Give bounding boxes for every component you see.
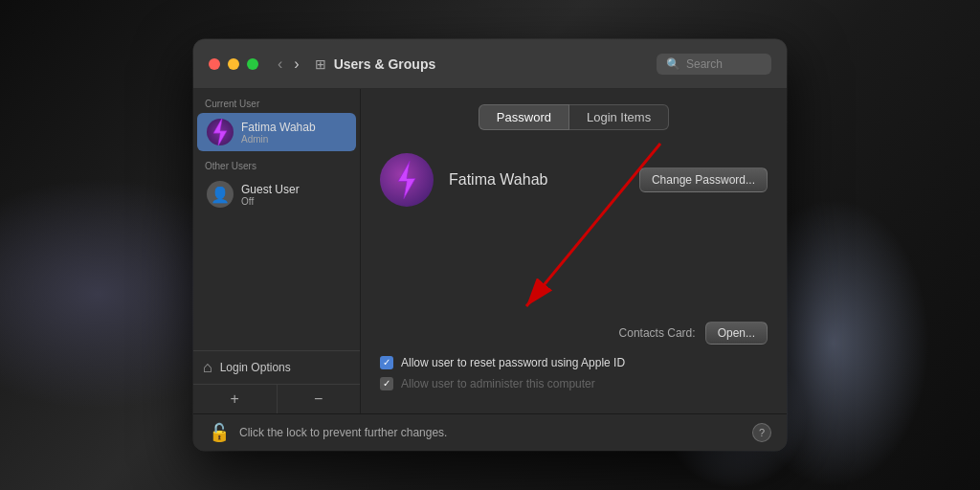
sidebar-item-fatima[interactable]: Fatima Wahab Admin: [197, 113, 356, 151]
profile-name: Fatima Wahab: [449, 171, 624, 189]
main-panel: Password Login Items Fatima Wahab Change…: [361, 89, 787, 413]
sidebar-item-guest[interactable]: 👤 Guest User Off: [197, 175, 356, 213]
checkmark-icon-2: ✓: [383, 379, 390, 389]
contacts-card-label: Contacts Card:: [619, 326, 696, 340]
search-icon: 🔍: [666, 57, 680, 71]
checkbox-row-1: ✓ Allow user to reset password using App…: [380, 356, 768, 369]
svg-marker-1: [398, 162, 415, 199]
guest-avatar: 👤: [207, 181, 234, 208]
lock-icon[interactable]: 🔓: [209, 422, 230, 443]
sidebar: Current User Fatima Wahab Admin Other Us…: [193, 89, 361, 413]
system-preferences-window: ‹ › ⊞ Users & Groups 🔍 Search Current Us…: [193, 39, 787, 451]
open-button[interactable]: Open...: [705, 322, 768, 345]
add-user-button[interactable]: +: [193, 385, 278, 413]
bottom-bar-text: Click the lock to prevent further change…: [239, 426, 743, 439]
help-button[interactable]: ?: [752, 423, 771, 442]
checkbox-admin-label: Allow user to administer this computer: [401, 377, 595, 390]
svg-marker-0: [213, 119, 227, 145]
forward-arrow[interactable]: ›: [290, 54, 302, 75]
window-content: Current User Fatima Wahab Admin Other Us…: [193, 89, 787, 413]
user-profile-row: Fatima Wahab Change Password...: [380, 145, 768, 214]
checkbox-apple-id[interactable]: ✓: [380, 356, 393, 369]
fatima-avatar: [207, 119, 234, 145]
login-options-label: Login Options: [220, 361, 291, 374]
traffic-lights: [209, 58, 258, 70]
tab-login-items[interactable]: Login Items: [569, 104, 669, 130]
checkbox-apple-id-label: Allow user to reset password using Apple…: [401, 356, 625, 369]
fatima-name: Fatima Wahab: [241, 121, 316, 134]
house-icon: ⌂: [203, 359, 212, 376]
checkbox-admin[interactable]: ✓: [380, 377, 393, 390]
window-title: Users & Groups: [334, 56, 657, 72]
bottom-bar: 🔓 Click the lock to prevent further chan…: [193, 413, 787, 451]
tabs: Password Login Items: [380, 104, 768, 130]
tab-password[interactable]: Password: [479, 104, 569, 130]
login-options-item[interactable]: ⌂ Login Options: [193, 350, 360, 384]
checkbox-row-2: ✓ Allow user to administer this computer: [380, 377, 768, 390]
minimize-button[interactable]: [228, 58, 239, 70]
guest-info: Guest User Off: [241, 183, 300, 207]
nav-arrows: ‹ ›: [274, 54, 303, 75]
sidebar-actions: + −: [193, 384, 360, 413]
search-placeholder: Search: [686, 57, 723, 71]
close-button[interactable]: [209, 58, 220, 70]
guest-status: Off: [241, 196, 300, 207]
remove-user-button[interactable]: −: [278, 385, 361, 413]
other-users-label: Other Users: [193, 151, 360, 175]
fatima-info: Fatima Wahab Admin: [241, 121, 316, 145]
maximize-button[interactable]: [247, 58, 258, 70]
grid-icon[interactable]: ⊞: [315, 56, 326, 72]
change-password-button[interactable]: Change Password...: [639, 167, 768, 192]
contacts-row: Contacts Card: Open...: [380, 322, 768, 345]
checkmark-icon: ✓: [383, 358, 390, 368]
fatima-role: Admin: [241, 134, 316, 145]
current-user-label: Current User: [193, 89, 360, 113]
guest-name: Guest User: [241, 183, 300, 196]
profile-avatar: [380, 153, 434, 207]
titlebar: ‹ › ⊞ Users & Groups 🔍 Search: [193, 39, 787, 89]
search-box[interactable]: 🔍 Search: [657, 54, 771, 75]
back-arrow[interactable]: ‹: [274, 54, 286, 75]
